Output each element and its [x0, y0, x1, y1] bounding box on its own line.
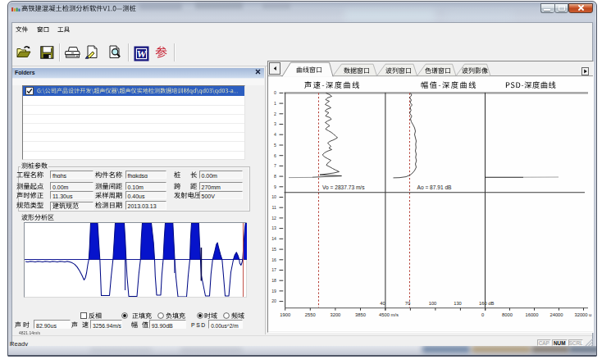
svg-text:W: W [136, 47, 147, 59]
